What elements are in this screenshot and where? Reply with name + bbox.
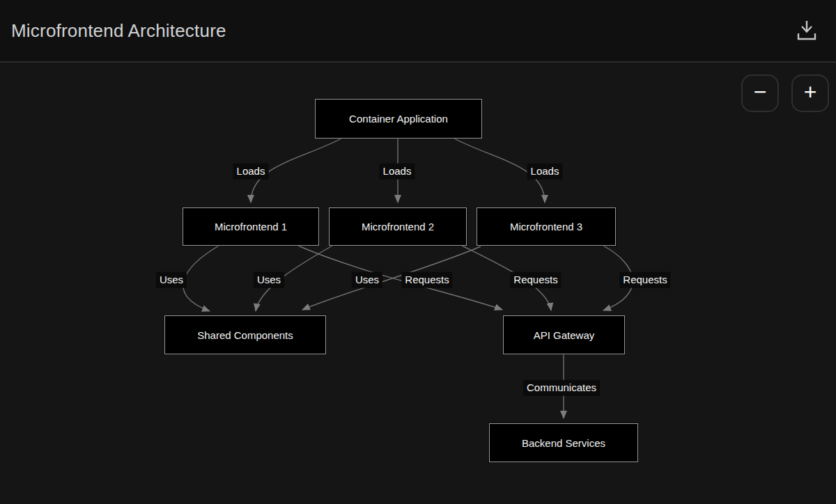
- edge-label-requests-2: Requests: [510, 272, 561, 288]
- edge-label-loads-2: Loads: [380, 164, 415, 180]
- node-backend-services: Backend Services: [489, 423, 638, 462]
- plus-icon: +: [804, 81, 817, 103]
- node-api-gateway: API Gateway: [503, 315, 625, 354]
- minus-icon: −: [754, 81, 767, 103]
- header-bar: Microfrontend Architecture: [0, 0, 836, 63]
- diagram-viewer-app: Microfrontend Architecture: [0, 0, 836, 504]
- node-microfrontend-3: Microfrontend 3: [477, 207, 616, 246]
- edge-label-uses-2: Uses: [254, 272, 284, 288]
- edge-label-requests-3: Requests: [619, 272, 670, 288]
- edge-label-communicates: Communicates: [523, 380, 600, 396]
- download-button[interactable]: [793, 17, 821, 45]
- node-container-application: Container Application: [315, 99, 482, 139]
- edge-label-requests-1: Requests: [401, 272, 452, 288]
- zoom-out-button[interactable]: −: [741, 74, 779, 112]
- edge-label-uses-1: Uses: [156, 272, 187, 288]
- edge-label-loads-3: Loads: [527, 164, 563, 180]
- zoom-in-button[interactable]: +: [791, 74, 829, 112]
- node-microfrontend-1: Microfrontend 1: [183, 207, 319, 246]
- page-title: Microfrontend Architecture: [11, 20, 226, 42]
- zoom-controls: − +: [741, 74, 829, 112]
- edge-label-uses-3: Uses: [352, 272, 382, 288]
- edge-label-loads-1: Loads: [233, 164, 269, 180]
- diagram-canvas[interactable]: Container Application Microfrontend 1 Mi…: [0, 63, 836, 504]
- node-microfrontend-2: Microfrontend 2: [329, 207, 467, 246]
- node-shared-components: Shared Components: [164, 315, 326, 354]
- download-icon: [796, 19, 817, 43]
- edge-mf1-shared: [183, 246, 219, 311]
